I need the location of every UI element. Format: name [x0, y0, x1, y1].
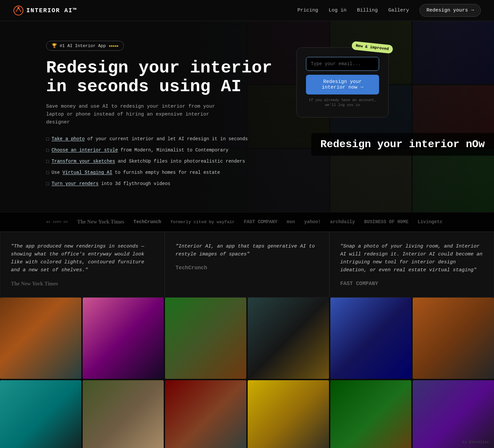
press-section: as seen on The New York Times TechCrunch… [0, 212, 494, 232]
feature-link-1[interactable]: Take a photo [51, 136, 85, 143]
hero-title: Redesign your interior in seconds using … [46, 59, 277, 96]
feature-link-4[interactable]: Virtual Staging AI [63, 169, 112, 176]
press-label: as seen on [46, 220, 68, 224]
gallery-item-10 [248, 380, 329, 448]
award-badge: 🏆 #1 AI Interior App ★★★★★ [46, 41, 124, 51]
press-logo-nyt: The New York Times [77, 219, 124, 225]
nav-pricing[interactable]: Pricing [297, 8, 318, 13]
hero-section: 🏆 #1 AI Interior App ★★★★★ Redesign your… [0, 21, 494, 212]
testimonial-text-1: "The app produced new renderings in seco… [11, 243, 154, 274]
testimonial-logo-2: TechCrunch [176, 265, 318, 271]
logo-text: INTERIOR AI™ [26, 7, 77, 14]
feature-list: Take a photo of your current interior an… [46, 136, 277, 188]
press-logo-archdaily: archdaily [330, 219, 355, 224]
feature-prefix-4: Use [51, 169, 60, 176]
testimonial-text-3: "Snap a photo of your living room, and I… [340, 243, 483, 274]
press-logo-livingetc: Livingetc [418, 219, 443, 224]
gallery-item-12 [413, 380, 494, 448]
gallery-item-4 [248, 298, 329, 379]
feature-text-5: into 3d flythrough videos [101, 180, 170, 187]
bg-tile-18 [413, 149, 494, 212]
testimonial-text-2: "Interior AI, an app that taps generativ… [176, 243, 318, 258]
feature-link-5[interactable]: Turn your renders [51, 180, 98, 187]
badge-text: #1 AI Interior App [60, 43, 106, 48]
nav-billing[interactable]: Billing [357, 8, 378, 13]
gallery-item-2 [83, 298, 164, 379]
testimonial-logo-3: FAST COMPANY [340, 281, 483, 287]
logo[interactable]: INTERIOR AI™ [13, 5, 77, 16]
hero-subtitle: Save money and use AI to redesign your i… [46, 103, 217, 126]
bg-tile-6 [413, 21, 494, 84]
new-badge: New & improved [351, 41, 393, 54]
redesign-cta-button[interactable]: Redesign your interior now → [306, 75, 379, 94]
email-input[interactable] [306, 57, 379, 71]
feature-item-4: Use Virtual Staging AI to furnish empty … [46, 169, 277, 176]
gallery-item-5 [330, 298, 412, 379]
testimonials-section: "The app produced new renderings in seco… [0, 232, 494, 298]
nav-links: Pricing Log in Billing Gallery Redesign … [297, 4, 481, 17]
feature-text-4: to furnish empty homes for real estate [115, 169, 220, 176]
press-logo-msn: msn [287, 219, 295, 224]
press-logo-fastco: FAST COMPANY [244, 219, 277, 225]
hero-content: 🏆 #1 AI Interior App ★★★★★ Redesign your… [46, 41, 277, 196]
press-logo-boh: BUSINESS OF HOME [364, 219, 408, 224]
press-logo-wayfair: formerly cited by wayfair [170, 220, 234, 224]
nav-login[interactable]: Log in [329, 8, 346, 13]
feature-item-1: Take a photo of your current interior an… [46, 136, 277, 143]
nav-cta-button[interactable]: Redesign yours → [420, 4, 481, 17]
feature-link-3[interactable]: Transform your sketches [51, 158, 115, 165]
feature-item-2: Choose an interior style from Modern, Mi… [46, 147, 277, 154]
gallery-grid [0, 298, 494, 448]
svg-point-1 [17, 7, 19, 9]
hero-title-line1: Redesign your interior [46, 58, 272, 78]
press-logos: The New York Times TechCrunch formerly c… [77, 219, 443, 225]
signup-card: New & improved Redesign your interior no… [296, 47, 389, 118]
bg-tile-17 [330, 149, 412, 212]
feature-link-2[interactable]: Choose an interior style [51, 147, 118, 154]
gallery-item-7 [0, 380, 81, 448]
redesign-banner: Redesign your interior nOw [311, 133, 494, 156]
feature-text-2: from Modern, Minimalist to Contemporary [121, 147, 229, 154]
gallery-item-3 [165, 298, 246, 379]
testimonial-2: "Interior AI, an app that taps generativ… [165, 232, 329, 298]
gallery-item-1 [0, 298, 81, 379]
feature-text-3: and SketchUp files into photorealistic r… [118, 158, 245, 165]
testimonial-logo-1: The New York Times [11, 281, 154, 287]
gallery-item-9 [165, 380, 246, 448]
press-logo-techcrunch: TechCrunch [133, 219, 161, 224]
testimonial-1: "The app produced new renderings in seco… [0, 232, 165, 298]
gallery-item-6 [413, 298, 494, 379]
award-wreath-left: 🏆 [52, 43, 57, 48]
feature-item-5: Turn your renders into 3d flythrough vid… [46, 180, 277, 188]
gallery-item-11 [330, 380, 412, 448]
feature-item-3: Transform your sketches and SketchUp fil… [46, 158, 277, 165]
nav-gallery[interactable]: Gallery [388, 8, 409, 13]
watermark: by @levelsio [463, 440, 489, 444]
testimonial-3: "Snap a photo of your living room, and I… [329, 232, 494, 298]
signin-note: If you already have an account, we'll lo… [306, 98, 379, 108]
gallery-item-8 [83, 380, 164, 448]
badge-stars: ★★★★★ [108, 43, 118, 48]
logo-icon [13, 5, 24, 16]
press-logo-yahoo: yahoo! [304, 219, 321, 224]
feature-text-1: of your current interior and let AI rede… [87, 136, 248, 143]
navbar: INTERIOR AI™ Pricing Log in Billing Gall… [0, 0, 494, 21]
gallery-section [0, 298, 494, 448]
hero-title-line2: in seconds using AI [46, 77, 241, 96]
